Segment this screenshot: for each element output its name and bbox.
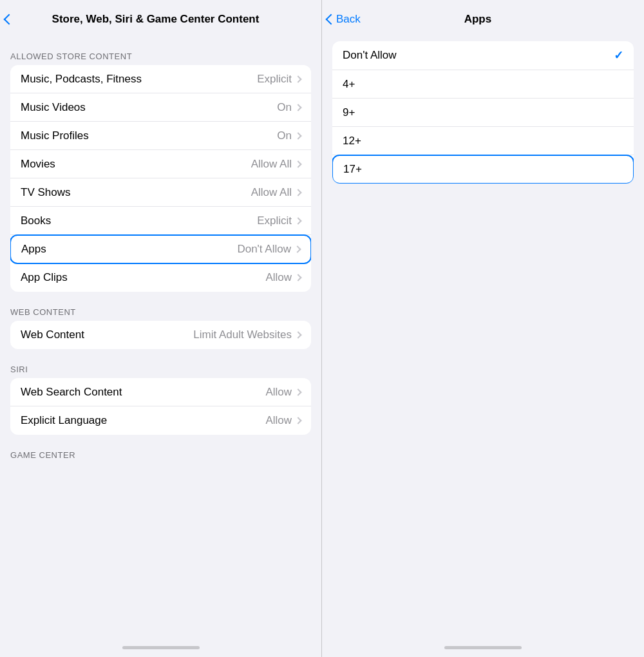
row-value: Allow xyxy=(265,386,292,399)
row-music-videos[interactable]: Music Videos On xyxy=(10,93,311,122)
option-dont-allow[interactable]: Don't Allow ✓ xyxy=(332,41,634,70)
chevron-right-icon xyxy=(294,132,301,139)
chevron-right-icon xyxy=(294,388,301,395)
row-explicit-language[interactable]: Explicit Language Allow xyxy=(10,406,311,435)
left-content: ALLOWED STORE CONTENT Music, Podcasts, F… xyxy=(0,36,321,641)
chevron-right-icon xyxy=(294,274,301,281)
section-label-game-center: GAME CENTER xyxy=(0,440,321,464)
option-17plus[interactable]: 17+ xyxy=(332,155,634,184)
row-label: Music, Podcasts, Fitness xyxy=(21,73,257,86)
right-content: Don't Allow ✓ 4+ 9+ 12+ 17+ xyxy=(322,36,644,641)
row-movies[interactable]: Movies Allow All xyxy=(10,150,311,178)
chevron-left-icon xyxy=(326,14,337,25)
section-label-store: ALLOWED STORE CONTENT xyxy=(0,41,321,65)
row-value: Allow All xyxy=(251,158,292,171)
row-label: Movies xyxy=(21,158,251,171)
row-label: Apps xyxy=(21,243,237,256)
back-label: Back xyxy=(336,13,361,26)
chevron-right-icon xyxy=(294,104,301,111)
chevron-right-icon xyxy=(294,75,301,82)
home-bar xyxy=(122,646,200,649)
apps-options-group: Don't Allow ✓ 4+ 9+ 12+ 17+ xyxy=(332,41,634,184)
row-apps[interactable]: Apps Don't Allow xyxy=(10,234,311,264)
row-value: Limit Adult Websites xyxy=(193,328,292,341)
row-web-search[interactable]: Web Search Content Allow xyxy=(10,378,311,406)
row-value: Allow All xyxy=(251,186,292,199)
row-music-podcasts[interactable]: Music, Podcasts, Fitness Explicit xyxy=(10,65,311,93)
chevron-right-icon xyxy=(294,331,301,338)
left-home-indicator xyxy=(0,641,321,657)
left-header: Store, Web, Siri & Game Center Content xyxy=(0,0,321,36)
row-label: TV Shows xyxy=(21,186,251,199)
right-home-indicator xyxy=(322,641,644,657)
chevron-right-icon xyxy=(294,417,301,424)
chevron-left-icon xyxy=(4,14,15,25)
store-content-group: Music, Podcasts, Fitness Explicit Music … xyxy=(10,65,311,292)
chevron-right-icon xyxy=(294,189,301,196)
checkmark-icon: ✓ xyxy=(614,48,623,62)
row-books[interactable]: Books Explicit xyxy=(10,207,311,235)
row-app-clips[interactable]: App Clips Allow xyxy=(10,263,311,292)
option-4plus[interactable]: 4+ xyxy=(332,70,634,99)
row-label: Explicit Language xyxy=(21,414,265,427)
row-value: Explicit xyxy=(257,73,292,86)
row-value: Allow xyxy=(265,414,292,427)
web-content-group: Web Content Limit Adult Websites xyxy=(10,321,311,349)
option-label: 9+ xyxy=(343,106,623,119)
option-label: Don't Allow xyxy=(343,49,614,62)
row-label: App Clips xyxy=(21,271,265,284)
row-value: On xyxy=(277,101,292,114)
chevron-right-icon xyxy=(294,245,301,252)
section-label-siri: SIRI xyxy=(0,354,321,378)
row-label: Web Search Content xyxy=(21,386,265,399)
siri-group: Web Search Content Allow Explicit Langua… xyxy=(10,378,311,435)
section-label-web: WEB CONTENT xyxy=(0,297,321,321)
row-value: Don't Allow xyxy=(237,243,291,256)
option-label: 17+ xyxy=(343,163,623,176)
right-back-button[interactable]: Back xyxy=(327,13,361,26)
row-value: Explicit xyxy=(257,214,292,227)
row-label: Music Videos xyxy=(21,101,277,114)
row-label: Books xyxy=(21,214,257,227)
row-label: Music Profiles xyxy=(21,129,277,142)
row-value: Allow xyxy=(265,271,292,284)
option-9plus[interactable]: 9+ xyxy=(332,99,634,127)
row-web-content[interactable]: Web Content Limit Adult Websites xyxy=(10,321,311,349)
chevron-right-icon xyxy=(294,160,301,167)
left-back-button[interactable] xyxy=(5,15,14,23)
row-label: Web Content xyxy=(21,328,193,341)
right-page-title: Apps xyxy=(361,13,595,26)
row-value: On xyxy=(277,129,292,142)
row-tv-shows[interactable]: TV Shows Allow All xyxy=(10,178,311,207)
chevron-right-icon xyxy=(294,217,301,224)
left-panel: Store, Web, Siri & Game Center Content A… xyxy=(0,0,322,657)
left-page-title: Store, Web, Siri & Game Center Content xyxy=(19,13,311,26)
option-label: 12+ xyxy=(343,135,623,148)
option-12plus[interactable]: 12+ xyxy=(332,127,634,155)
home-bar xyxy=(444,646,522,649)
option-label: 4+ xyxy=(343,78,623,91)
row-music-profiles[interactable]: Music Profiles On xyxy=(10,122,311,150)
right-panel: Back Apps Don't Allow ✓ 4+ 9+ 12+ 17+ xyxy=(322,0,644,657)
right-header: Back Apps xyxy=(322,0,644,36)
